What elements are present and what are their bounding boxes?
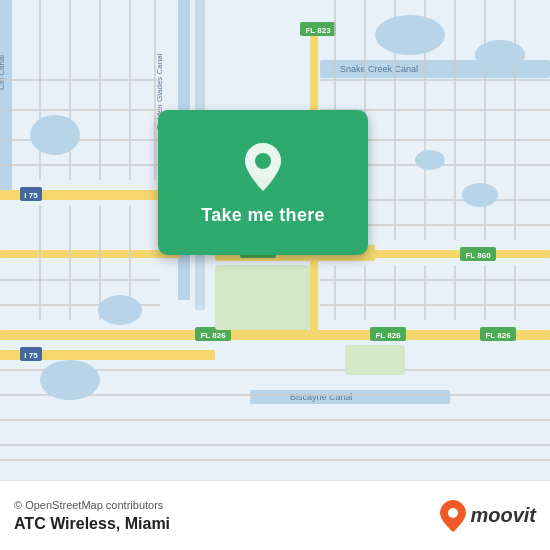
svg-point-91 — [462, 183, 498, 207]
take-me-there-card[interactable]: Take me there — [158, 110, 368, 255]
moovit-pin-icon — [439, 499, 467, 533]
moovit-brand-text: moovit — [470, 504, 536, 527]
svg-text:Cal Canal: Cal Canal — [0, 55, 6, 90]
svg-rect-24 — [350, 250, 550, 258]
svg-rect-85 — [345, 345, 405, 375]
svg-text:I 75: I 75 — [24, 351, 38, 360]
svg-point-92 — [415, 150, 445, 170]
svg-text:FL 826: FL 826 — [375, 331, 401, 340]
svg-text:Biscayne Canal: Biscayne Canal — [290, 392, 353, 402]
svg-point-95 — [448, 508, 458, 518]
svg-point-86 — [30, 115, 80, 155]
svg-text:FL 823: FL 823 — [305, 26, 331, 35]
moovit-logo: moovit — [439, 499, 536, 533]
svg-text:FL 826: FL 826 — [200, 331, 226, 340]
svg-text:Snake Creek Canal: Snake Creek Canal — [340, 64, 418, 74]
svg-point-90 — [475, 40, 525, 70]
svg-point-87 — [98, 295, 142, 325]
svg-text:I 75: I 75 — [24, 191, 38, 200]
svg-rect-7 — [0, 0, 12, 200]
svg-text:FL 826: FL 826 — [485, 331, 511, 340]
map-container: Snake Creek Canal Golden Glades Canal Go… — [0, 0, 550, 480]
svg-point-94 — [255, 153, 271, 169]
svg-text:FL 860: FL 860 — [465, 251, 491, 260]
location-pin-icon — [239, 139, 287, 195]
svg-rect-84 — [215, 265, 310, 330]
bottom-bar: © OpenStreetMap contributors ATC Wireles… — [0, 480, 550, 550]
take-me-there-label: Take me there — [201, 205, 325, 226]
svg-point-88 — [40, 360, 100, 400]
svg-point-89 — [375, 15, 445, 55]
svg-rect-30 — [0, 250, 180, 258]
svg-rect-17 — [0, 330, 550, 340]
